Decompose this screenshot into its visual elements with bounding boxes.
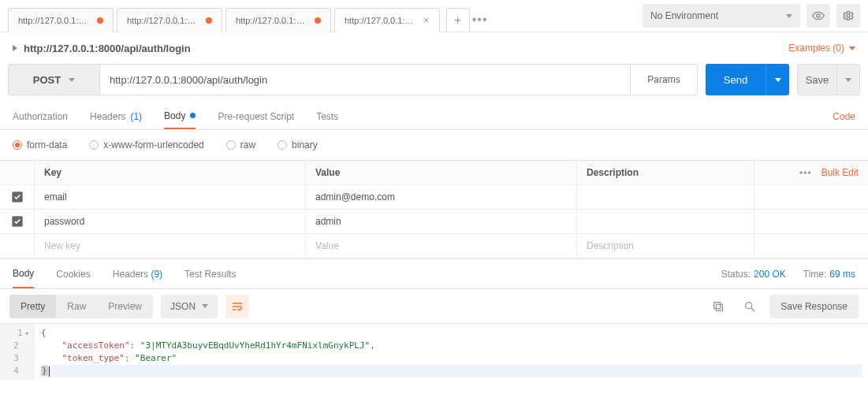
top-bar: http://127.0.0.1:8000/a http://127.0.0.1… [0, 0, 868, 32]
send-button[interactable]: Send [706, 64, 766, 95]
tab-headers[interactable]: Headers (1) [90, 103, 142, 129]
search-button[interactable] [738, 295, 762, 318]
svg-point-0 [817, 14, 820, 17]
environment-label: No Environment [650, 10, 718, 21]
chevron-down-icon [845, 78, 851, 82]
radio-raw[interactable]: raw [226, 139, 255, 150]
restab-cookies[interactable]: Cookies [56, 259, 90, 288]
svg-line-5 [751, 308, 754, 311]
table-row: email admin@demo.com [0, 185, 868, 210]
chevron-down-icon [775, 78, 781, 82]
dirty-indicator-icon [315, 17, 321, 24]
tab-title: http://127.0.0.1:8000/a [236, 16, 308, 25]
view-mode-segment: Pretty Raw Preview [9, 295, 153, 318]
expand-icon[interactable] [13, 45, 17, 51]
table-row-new: New key Value Description [0, 234, 868, 258]
save-dropdown[interactable] [836, 64, 860, 95]
tab-2[interactable]: http://127.0.0.1:8000/a [225, 8, 331, 32]
params-button[interactable]: Params [630, 64, 698, 95]
desc-cell[interactable] [577, 185, 754, 209]
tab-body[interactable]: Body [164, 103, 196, 129]
restab-headers[interactable]: Headers (9) [113, 259, 162, 288]
tab-1[interactable]: http://127.0.0.1:8000/a [117, 8, 222, 32]
table-header: Key Value Description ••• Bulk Edit [0, 161, 868, 185]
tabs: http://127.0.0.1:8000/a http://127.0.0.1… [8, 0, 643, 32]
chevron-down-icon [202, 304, 208, 308]
wrap-icon [231, 300, 244, 313]
tab-pre-request-script[interactable]: Pre-request Script [218, 103, 294, 129]
close-icon[interactable]: × [423, 14, 430, 26]
request-subtabs: Authorization Headers (1) Body Pre-reque… [0, 103, 868, 130]
new-desc-input[interactable]: Description [577, 234, 754, 258]
svg-rect-2 [717, 304, 723, 310]
check-icon [13, 193, 21, 201]
tab-0[interactable]: http://127.0.0.1:8000/a [8, 8, 114, 32]
col-description: Description [577, 161, 754, 184]
tab-title: http://127.0.0.1:8000/a [18, 16, 91, 25]
row-options-icon[interactable]: ••• [799, 167, 812, 178]
settings-button[interactable] [836, 4, 860, 28]
response-meta: Status:200 OK Time:69 ms [721, 269, 855, 280]
response-tabs: Body Cookies Headers (9) Test Results St… [0, 258, 868, 288]
format-dropdown[interactable]: JSON [161, 295, 218, 318]
tab-overflow-button[interactable]: ••• [470, 8, 490, 32]
new-key-input[interactable]: New key [35, 234, 306, 258]
wrap-lines-button[interactable] [225, 295, 249, 318]
code-link[interactable]: Code [833, 111, 855, 122]
search-icon [743, 300, 756, 313]
send-dropdown[interactable] [766, 64, 789, 95]
view-pretty[interactable]: Pretty [9, 295, 56, 318]
examples-label: Examples (0) [788, 43, 844, 54]
examples-dropdown[interactable]: Examples (0) [788, 43, 855, 54]
radio-x-www-form-urlencoded[interactable]: x-www-form-urlencoded [89, 139, 203, 150]
status-value: 200 OK [754, 269, 786, 280]
url-input[interactable] [110, 74, 620, 86]
copy-icon [712, 300, 725, 313]
radio-form-data[interactable]: form-data [13, 139, 67, 150]
restab-body[interactable]: Body [13, 259, 34, 288]
method-label: POST [33, 74, 61, 86]
save-response-button[interactable]: Save Response [769, 295, 859, 318]
restab-test-results[interactable]: Test Results [184, 259, 236, 288]
dirty-indicator-icon [97, 17, 103, 24]
desc-cell[interactable] [577, 210, 754, 233]
chevron-down-icon [849, 46, 855, 50]
view-preview[interactable]: Preview [97, 295, 153, 318]
bulk-edit-link[interactable]: Bulk Edit [821, 167, 859, 178]
method-dropdown[interactable]: POST [8, 64, 99, 95]
url-input-wrap [99, 64, 630, 95]
response-body[interactable]: 1 ▾ 2 3 4 { "accessToken": "3|MTYdA3buyv… [0, 323, 868, 381]
new-value-input[interactable]: Value [306, 234, 577, 258]
tab-3-active[interactable]: http://127.0.0.1:8000/a × [334, 8, 440, 32]
value-cell[interactable]: admin [306, 210, 577, 233]
key-cell[interactable]: email [35, 185, 306, 209]
request-bar: POST Params Send Save [0, 64, 868, 103]
tab-authorization[interactable]: Authorization [13, 103, 68, 129]
environment-preview-button[interactable] [807, 4, 830, 28]
chevron-down-icon [786, 14, 792, 18]
env-area: No Environment [643, 4, 868, 28]
radio-binary[interactable]: binary [278, 139, 318, 150]
environment-dropdown[interactable]: No Environment [643, 4, 800, 28]
row-checkbox[interactable] [0, 185, 35, 209]
check-icon [13, 217, 21, 225]
time-value: 69 ms [829, 269, 855, 280]
response-view-bar: Pretty Raw Preview JSON Save Response [0, 288, 868, 323]
new-tab-button[interactable]: + [446, 8, 470, 32]
request-title: http://127.0.0.1:8000/api/auth/login [24, 43, 191, 54]
svg-rect-3 [714, 302, 721, 308]
line-gutter: 1 ▾ 2 3 4 [0, 324, 35, 381]
row-checkbox[interactable] [0, 210, 35, 233]
value-cell[interactable]: admin@demo.com [306, 185, 577, 209]
gear-icon [842, 9, 855, 22]
fold-icon[interactable]: ▾ [25, 327, 29, 340]
view-raw[interactable]: Raw [56, 295, 97, 318]
table-row: password admin [0, 210, 868, 234]
copy-button[interactable] [706, 295, 730, 318]
tab-tests[interactable]: Tests [316, 103, 338, 129]
body-type-radios: form-data x-www-form-urlencoded raw bina… [0, 130, 868, 160]
col-key: Key [35, 161, 306, 184]
key-cell[interactable]: password [35, 210, 306, 233]
save-button[interactable]: Save [797, 64, 836, 95]
tab-title: http://127.0.0.1:8000/a [127, 16, 199, 25]
